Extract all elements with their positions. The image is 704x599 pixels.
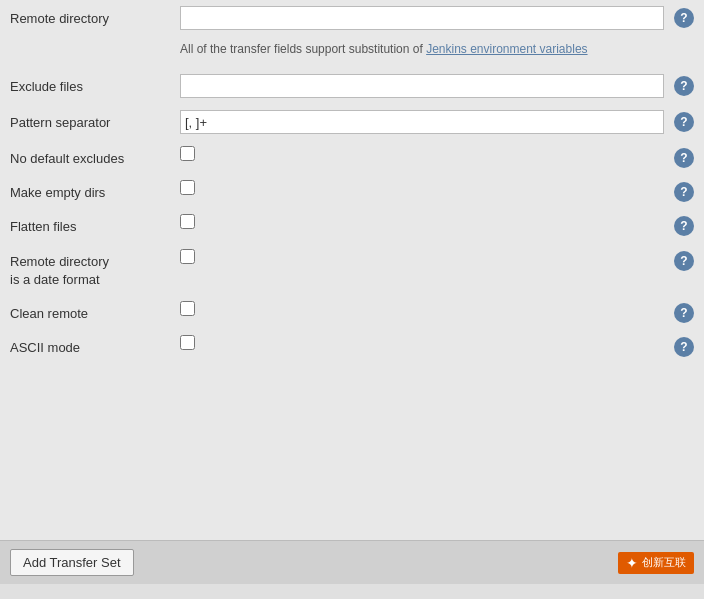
ascii-mode-help-icon[interactable]: ? [674, 337, 694, 357]
no-default-excludes-input-cell [180, 146, 664, 161]
spacer [0, 363, 704, 393]
remote-directory-date-row: Remote directory is a date format ? [0, 243, 704, 295]
info-spacer [10, 40, 180, 58]
remote-directory-date-label-line1: Remote directory [10, 253, 180, 271]
pattern-separator-help-icon[interactable]: ? [674, 112, 694, 132]
remote-directory-date-checkbox[interactable] [180, 249, 195, 264]
remote-directory-input[interactable] [180, 6, 664, 30]
clean-remote-help-cell: ? [664, 301, 694, 323]
no-default-excludes-help-cell: ? [664, 146, 694, 168]
remote-directory-date-help-icon[interactable]: ? [674, 251, 694, 271]
ascii-mode-row: ASCII mode ? [0, 329, 704, 363]
watermark-icon: ✦ [626, 555, 638, 571]
clean-remote-label: Clean remote [10, 301, 180, 323]
flatten-files-label: Flatten files [10, 214, 180, 236]
exclude-files-help-cell: ? [664, 74, 694, 96]
make-empty-dirs-help-cell: ? [664, 180, 694, 202]
clean-remote-checkbox[interactable] [180, 301, 195, 316]
make-empty-dirs-input-cell [180, 180, 664, 195]
bottom-bar: Add Transfer Set ✦ 创新互联 [0, 540, 704, 584]
main-panel: Remote directory ? All of the transfer f… [0, 0, 704, 540]
no-default-excludes-help-icon[interactable]: ? [674, 148, 694, 168]
ascii-mode-label: ASCII mode [10, 335, 180, 357]
ascii-mode-input-cell [180, 335, 664, 350]
info-text: All of the transfer fields support subst… [180, 40, 694, 58]
no-default-excludes-checkbox[interactable] [180, 146, 195, 161]
jenkins-env-link[interactable]: Jenkins environment variables [426, 42, 587, 56]
remote-directory-row: Remote directory ? [0, 0, 704, 36]
make-empty-dirs-help-icon[interactable]: ? [674, 182, 694, 202]
watermark-text: 创新互联 [642, 555, 686, 570]
exclude-files-label: Exclude files [10, 74, 180, 96]
clean-remote-input-cell [180, 301, 664, 316]
pattern-separator-help-cell: ? [664, 110, 694, 132]
pattern-separator-input[interactable] [180, 110, 664, 134]
remote-directory-date-help-cell: ? [664, 249, 694, 271]
exclude-files-input[interactable] [180, 74, 664, 98]
pattern-separator-input-cell [180, 110, 664, 134]
remote-directory-help-icon[interactable]: ? [674, 8, 694, 28]
remote-directory-label: Remote directory [10, 6, 180, 28]
info-row: All of the transfer fields support subst… [0, 36, 704, 68]
make-empty-dirs-row: Make empty dirs ? [0, 174, 704, 208]
remote-directory-date-label-line2: is a date format [10, 271, 180, 289]
pattern-separator-row: Pattern separator ? [0, 104, 704, 140]
remote-directory-date-label: Remote directory is a date format [10, 249, 180, 289]
pattern-separator-label: Pattern separator [10, 110, 180, 132]
info-text-static: All of the transfer fields support subst… [180, 42, 426, 56]
no-default-excludes-label: No default excludes [10, 146, 180, 168]
ascii-mode-checkbox[interactable] [180, 335, 195, 350]
clean-remote-row: Clean remote ? [0, 295, 704, 329]
remote-directory-input-cell [180, 6, 664, 30]
clean-remote-help-icon[interactable]: ? [674, 303, 694, 323]
flatten-files-input-cell [180, 214, 664, 229]
flatten-files-row: Flatten files ? [0, 208, 704, 242]
add-transfer-set-button[interactable]: Add Transfer Set [10, 549, 134, 576]
flatten-files-checkbox[interactable] [180, 214, 195, 229]
make-empty-dirs-checkbox[interactable] [180, 180, 195, 195]
ascii-mode-help-cell: ? [664, 335, 694, 357]
exclude-files-input-cell [180, 74, 664, 98]
exclude-files-row: Exclude files ? [0, 68, 704, 104]
flatten-files-help-cell: ? [664, 214, 694, 236]
exclude-files-help-icon[interactable]: ? [674, 76, 694, 96]
remote-directory-date-input-cell [180, 249, 664, 264]
remote-directory-help-cell: ? [664, 6, 694, 28]
make-empty-dirs-label: Make empty dirs [10, 180, 180, 202]
watermark: ✦ 创新互联 [618, 552, 694, 574]
flatten-files-help-icon[interactable]: ? [674, 216, 694, 236]
no-default-excludes-row: No default excludes ? [0, 140, 704, 174]
